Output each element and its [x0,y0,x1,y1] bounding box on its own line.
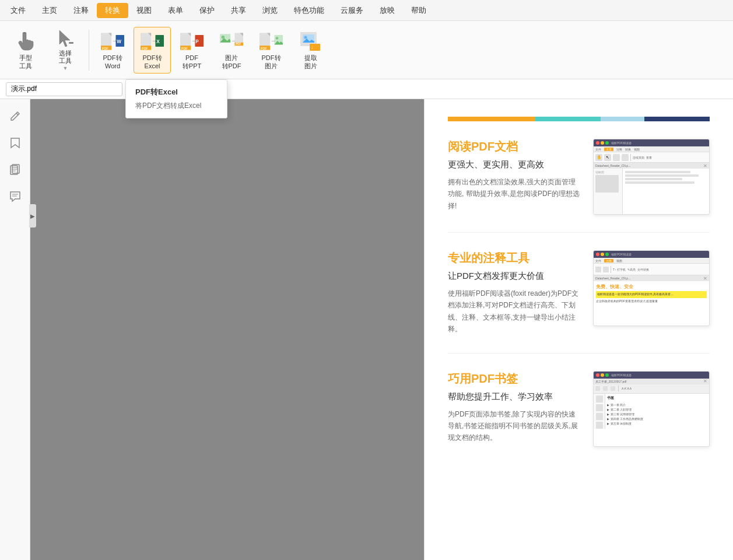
feature-read-desc: 拥有出色的文档渲染效果,强大的页面管理功能, 帮助提升效率,是您阅读PDF的理想… [448,176,581,212]
feature-read-subtitle: 更强大、更实用、更高效 [448,159,581,170]
feature-read-title: 阅读PDF文档 [448,139,581,155]
feature-read-screenshot: 福昕PDF阅读器 文件 主页 注释 转换 视图 ✋ ↖ [593,139,710,215]
color-accent-bar [448,117,710,121]
pdf-to-word-button[interactable]: PDF → W PDF转Word [94,27,131,74]
pdf-image-icon: PDF → [259,30,283,53]
image-pdf-label: 图片转PDF [222,54,241,69]
feature-annotate-screenshot: 福昕PDF阅读器 文件 注释 视图 T↑ 打字机 ✎高亮 文件转换 Datash… [593,250,710,326]
menu-browse[interactable]: 浏览 [254,3,286,18]
menu-convert[interactable]: 转换 [97,3,128,18]
feature-read-text: 阅读PDF文档 更强大、更实用、更高效 拥有出色的文档渲染效果,强大的页面管理功… [448,139,581,215]
menu-feature[interactable]: 特色功能 [286,3,332,18]
menu-help[interactable]: 帮助 [403,3,434,18]
document-content-area [30,99,424,560]
feature-bookmark-section: 巧用PDF书签 帮助您提升工作、学习效率 为PDF页面添加书签,除了实现内容的快… [448,354,710,464]
hand-tool-label: 手型工具 [19,54,32,69]
select-tool-button[interactable]: 选择工具 ▼ [47,27,84,74]
hand-tool-button[interactable]: 手型工具 [7,27,44,74]
sidebar-edit-button[interactable] [4,105,26,127]
address-bar [0,79,733,99]
feature-annotate-section: 专业的注释工具 让PDF文档发挥更大价值 使用福昕PDF阅读器(foxit re… [448,233,710,354]
feature-bookmark-subtitle: 帮助您提升工作、学习效率 [448,391,581,402]
svg-rect-30 [259,33,270,47]
sidebar-pages-button[interactable] [4,159,26,181]
menu-form[interactable]: 表单 [160,3,191,18]
pdf-to-image-button[interactable]: PDF → PDF转图片 [252,27,290,74]
pdf-image-label: PDF转图片 [262,54,281,69]
feature-bookmark-text: 巧用PDF书签 帮助您提升工作、学习效率 为PDF页面添加书签,除了实现内容的快… [448,371,581,447]
bar-lightblue [601,117,644,121]
extract-image-label: 提取图片 [304,54,317,69]
right-feature-panel: 阅读PDF文档 更强大、更实用、更高效 拥有出色的文档渲染效果,强大的页面管理功… [424,99,733,560]
svg-text:PDF: PDF [142,47,149,50]
menu-slideshow[interactable]: 放映 [371,3,403,18]
svg-point-36 [276,37,279,40]
pdf-excel-label: PDF转Excel [143,54,162,69]
menu-file[interactable]: 文件 [2,3,34,18]
svg-text:W: W [117,39,121,44]
tooltip-dropdown: PDF转Excel 将PDF文档转成Excel [125,79,227,118]
menu-view[interactable]: 视图 [128,3,160,18]
pdf-excel-icon: PDF → X [141,30,164,53]
extract-image-icon: ↓ [299,30,322,53]
select-tool-label: 选择工具 [59,50,72,65]
sidebar-collapse-button[interactable]: ▶ [29,204,36,228]
feature-annotate-text: 专业的注释工具 让PDF文档发挥更大价值 使用福昕PDF阅读器(foxit re… [448,250,581,335]
filename-input[interactable] [6,82,122,96]
sidebar-bookmark-button[interactable] [4,132,26,154]
extract-image-button[interactable]: ↓ 提取图片 [292,27,329,74]
feature-read-section: 阅读PDF文档 更强大、更实用、更高效 拥有出色的文档渲染效果,强大的页面管理功… [448,121,710,233]
pdf-ppt-icon: PDF → P [180,30,204,53]
feature-bookmark-title: 巧用PDF书签 [448,371,581,387]
pdf-ppt-label: PDF转PPT [183,54,201,69]
menu-annotate[interactable]: 注释 [65,3,97,18]
svg-rect-15 [180,33,191,47]
svg-text:PDF: PDF [102,47,109,50]
feature-bookmark-screenshot: 福昕PDF阅读器 员工手册_20120917.pdf ✕ A A' A A [593,371,710,447]
feature-annotate-desc: 使用福昕PDF阅读器(foxit reader)为PDF文档添加注释,可对PDF… [448,288,581,335]
main-area: ▶ 阅读PDF文档 更强大、更实用、更高效 拥有出色的文档渲染效果,强大的页面管… [0,99,733,560]
left-sidebar [0,99,30,560]
image-pdf-icon: → PDF [220,30,243,53]
mini-filename2: 员工手册_20120917.pdf [595,380,703,383]
menu-cloud[interactable]: 云服务 [332,3,371,18]
tooltip-title: PDF转Excel [135,87,218,97]
svg-text:↓: ↓ [311,45,313,50]
pdf-word-label: PDF转Word [103,54,122,69]
pdf-to-ppt-button[interactable]: PDF → P PDF转PPT [173,27,211,74]
feature-annotate-title: 专业的注释工具 [448,250,581,266]
pdf-word-icon: PDF → W [101,30,124,53]
svg-text:X: X [156,39,160,44]
hand-icon [14,30,37,53]
sidebar-comment-button[interactable] [4,186,26,208]
tooltip-description: 将PDF文档转成Excel [135,101,218,111]
image-to-pdf-button[interactable]: → PDF 图片转PDF [213,27,250,74]
toolbar: 手型工具 选择工具 ▼ PDF → W PDF转Word [0,21,733,79]
menu-protect[interactable]: 保护 [191,3,223,18]
pdf-to-excel-button[interactable]: PDF → X PDF转Excel [134,27,171,74]
svg-point-40 [304,36,307,39]
feature-annotate-subtitle: 让PDF文档发挥更大价值 [448,271,581,282]
svg-text:PDF: PDF [261,47,268,50]
menu-home[interactable]: 主页 [34,3,65,18]
bar-darkblue [644,117,710,121]
mini-free-label: 免费、快速、安全 [596,284,707,290]
svg-text:PDF: PDF [236,43,241,46]
menu-bar: 文件 主页 注释 转换 视图 表单 保护 共享 浏览 特色功能 云服务 放映 帮… [0,0,733,21]
svg-text:P: P [195,39,199,44]
bar-orange [448,117,535,121]
svg-rect-8 [141,33,151,47]
select-icon [54,29,77,49]
menu-share[interactable]: 共享 [223,3,254,18]
toolbar-separator-1 [89,30,89,71]
svg-rect-0 [69,42,73,44]
svg-text:PDF: PDF [181,47,188,50]
feature-bookmark-desc: 为PDF页面添加书签,除了实现内容的快速导航,书签还能指明不同书签的层级关系,展… [448,408,581,444]
svg-rect-1 [101,33,111,47]
mini-bookmark-section-title: 书签 [607,396,707,401]
bar-teal [535,117,601,121]
